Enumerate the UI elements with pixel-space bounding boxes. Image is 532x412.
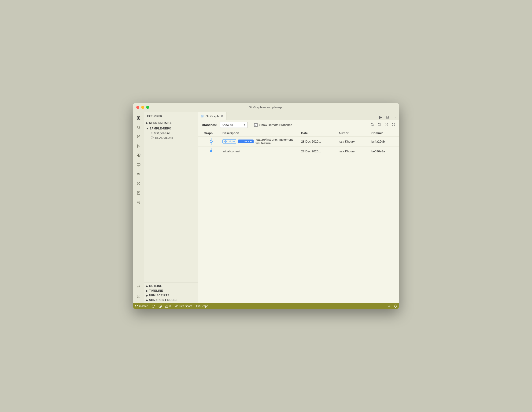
open-editors-label: OPEN EDITORS	[149, 121, 171, 124]
git-graph-tab[interactable]: ⊞ Git Graph ✕	[198, 112, 227, 120]
settings-activity-icon[interactable]	[134, 292, 143, 300]
svg-point-50	[175, 306, 176, 306]
svg-line-30	[138, 203, 139, 203]
sidebar-item-readme[interactable]: ⓘ README.md	[144, 135, 198, 140]
branch-status-label: master	[139, 305, 148, 308]
open-editors-chevron: ▶	[146, 122, 148, 124]
sidebar-item-first-feature-label: first_feature	[154, 131, 170, 135]
main-window: Git Graph — sample-repo	[133, 103, 399, 309]
editor-area: ⊞ Git Graph ✕ ▶ ⊟ ··· Branches: Show All…	[198, 112, 399, 303]
close-button[interactable]	[136, 106, 139, 109]
search-activity-icon[interactable]	[134, 123, 143, 131]
liveshare-status-item[interactable]: Live Share	[175, 305, 192, 308]
sidebar: Explorer ··· ▶ OPEN EDITORS ▼ SAMPLE-REP…	[144, 112, 198, 303]
branch-select-dropdown[interactable]: Show All ▼	[220, 122, 248, 128]
liveshare-icon	[175, 305, 178, 308]
description-cell-2: Initial commit	[221, 148, 299, 154]
description-header: Description	[221, 130, 299, 136]
status-bar: master 0 0 Live Share Git	[133, 303, 399, 309]
account-activity-icon[interactable]	[134, 282, 143, 290]
outline-label: OUTLINE	[149, 284, 162, 288]
source-control-activity-icon[interactable]	[134, 132, 143, 141]
run-activity-icon[interactable]	[134, 142, 143, 150]
svg-point-27	[137, 202, 138, 203]
open-editors-header[interactable]: ▶ OPEN EDITORS	[144, 121, 198, 125]
docker-activity-icon[interactable]	[134, 170, 143, 178]
sidebar-bottom: ▶ OUTLINE ▶ TIMELINE ▶ NPM SCRIPTS ▶ SON…	[144, 282, 198, 303]
svg-point-31	[138, 285, 139, 286]
git-graph-status-item[interactable]: Git Graph	[196, 305, 208, 308]
svg-rect-10	[137, 154, 138, 155]
show-remote-branches-control[interactable]: ✓ Show Remote Branches	[254, 123, 292, 127]
sample-repo-chevron: ▼	[146, 127, 148, 130]
more-actions-icon[interactable]: ···	[392, 115, 396, 120]
graph-header: Graph	[202, 130, 221, 136]
file-icon: ≡	[151, 131, 152, 135]
sonarlint-section[interactable]: ▶ SONARLINT RULES	[144, 298, 198, 302]
notebook-activity-icon[interactable]	[134, 189, 143, 197]
titlebar: Git Graph — sample-repo	[133, 103, 399, 112]
open-editors-section: ▶ OPEN EDITORS	[144, 120, 198, 126]
svg-rect-17	[138, 173, 138, 174]
svg-marker-9	[137, 145, 140, 148]
sync-status-item[interactable]	[152, 305, 155, 308]
author-cell-2: Issa Khoury	[337, 148, 370, 154]
liveshare-activity-icon[interactable]	[134, 198, 143, 206]
remote-branches-checkbox[interactable]: ✓	[254, 123, 257, 127]
remote-branches-label: Show Remote Branches	[259, 123, 292, 127]
svg-rect-3	[139, 118, 140, 119]
git-graph-tab-close[interactable]: ✕	[221, 114, 223, 118]
run-action-icon[interactable]: ▶	[379, 114, 383, 120]
maximize-button[interactable]	[146, 106, 149, 109]
svg-point-42	[135, 307, 136, 307]
tab-bar-actions: ▶ ⊟ ···	[376, 114, 399, 120]
branch-status-item[interactable]: master	[135, 305, 148, 308]
error-count: 0	[163, 305, 164, 308]
sync-icon	[152, 305, 155, 308]
outline-chevron: ▶	[146, 285, 148, 288]
sidebar-item-first-feature[interactable]: ≡ first_feature	[144, 131, 198, 135]
git-graph-tab-label: Git Graph	[206, 114, 219, 118]
sidebar-actions[interactable]: ···	[192, 114, 195, 118]
svg-point-49	[177, 305, 177, 306]
svg-rect-19	[138, 173, 138, 173]
branch-select-arrow: ▼	[243, 124, 246, 126]
sample-repo-header[interactable]: ▼ SAMPLE-REPO	[144, 126, 198, 131]
search-commits-icon[interactable]	[370, 123, 374, 127]
table-row[interactable]: origin ⎇ master feature/first-one: Imple…	[198, 136, 399, 147]
explorer-activity-icon[interactable]	[134, 114, 143, 122]
date-header: Date	[299, 130, 337, 136]
timeline-activity-icon[interactable]	[134, 179, 143, 188]
remote-activity-icon[interactable]	[134, 160, 143, 169]
timeline-label: TIMELINE	[149, 289, 163, 292]
outline-section[interactable]: ▶ OUTLINE	[144, 284, 198, 288]
extensions-activity-icon[interactable]	[134, 151, 143, 160]
minimize-button[interactable]	[141, 106, 144, 109]
commit-description-1: feature/first-one: Implement first featu…	[256, 138, 297, 145]
svg-point-4	[137, 126, 139, 128]
settings-icon[interactable]	[384, 123, 388, 127]
split-editor-icon[interactable]: ⊟	[385, 114, 390, 120]
svg-point-38	[379, 123, 379, 124]
svg-line-34	[373, 125, 374, 126]
svg-rect-0	[137, 117, 138, 118]
fetch-icon[interactable]	[378, 123, 381, 127]
graph-cell-1	[202, 137, 221, 146]
errors-status-item[interactable]: 0 0	[159, 305, 171, 308]
svg-rect-11	[139, 154, 140, 155]
date-cell-1: 28 Dec 2020...	[299, 138, 337, 145]
timeline-chevron: ▶	[146, 290, 148, 292]
info-icon: ⓘ	[151, 136, 154, 140]
window-title: Git Graph — sample-repo	[249, 106, 284, 109]
git-toolbar-icons	[370, 123, 395, 127]
svg-point-28	[139, 203, 140, 204]
description-cell-1: origin ⎇ master feature/first-one: Imple…	[221, 136, 299, 146]
remote-status-icon[interactable]	[388, 305, 391, 308]
refresh-icon[interactable]	[391, 123, 395, 127]
npm-scripts-section[interactable]: ▶ NPM SCRIPTS	[144, 293, 198, 298]
bell-icon	[394, 305, 397, 308]
warning-count: 0	[169, 305, 171, 308]
timeline-section[interactable]: ▶ TIMELINE	[144, 288, 198, 293]
table-row[interactable]: Initial commit 28 Dec 2020... Issa Khour…	[198, 147, 399, 156]
notification-status-item[interactable]	[394, 305, 397, 308]
